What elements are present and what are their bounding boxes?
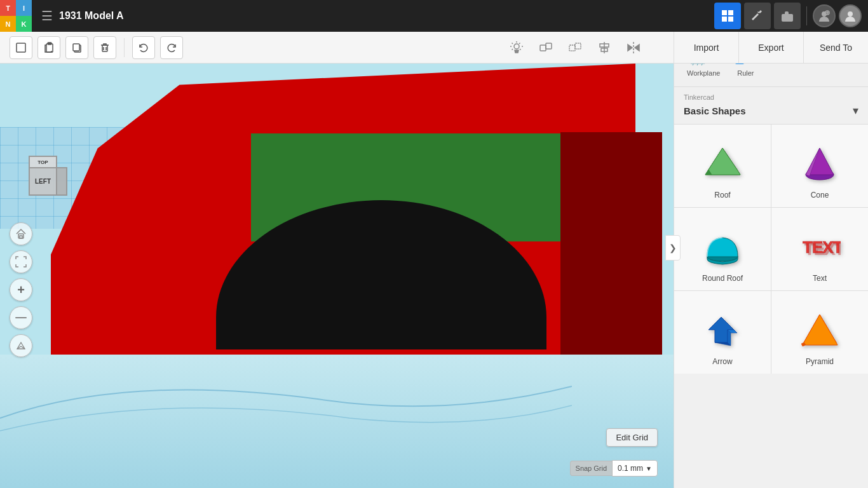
shape-pyramid[interactable]: Pyramid [771,291,868,374]
pyramid-shape-icon [797,308,842,352]
toolbar-right-section [477,32,674,64]
copy-button[interactable] [65,36,88,59]
text-shape-icon: TEXT TEXT [797,224,842,269]
shape-library: Roof Cone [674,125,868,488]
svg-rect-15 [102,45,107,51]
library-dropdown-arrow: ▾ [853,104,858,118]
svg-marker-62 [804,315,837,345]
roof-shape-label: Roof [714,191,730,200]
pyramid-shape-label: Pyramid [806,357,834,366]
svg-marker-48 [705,148,740,175]
perspective-button[interactable] [10,334,32,357]
panel-toggle-arrow[interactable]: ❯ [665,235,681,261]
svg-rect-0 [722,10,727,15]
roof-shape-icon [700,141,745,186]
send-to-button[interactable]: Send To [804,32,868,63]
grid-view-button[interactable] [714,3,741,29]
3d-scene: TOP LEFT [0,64,674,488]
expand-arrow-icon: ❯ [669,243,677,253]
snap-value-text: 0.1 mm [618,464,643,473]
ground-curves [0,323,572,450]
avatar-button[interactable] [839,4,862,27]
svg-rect-30 [20,236,22,238]
svg-rect-3 [728,17,733,22]
topbar-divider [806,6,807,25]
left-controls: + [10,222,32,357]
svg-rect-2 [722,17,727,22]
cube-right-face [56,167,67,196]
hammer-button[interactable] [744,3,771,29]
briefcase-button[interactable] [774,3,801,29]
svg-point-9 [848,11,853,17]
ruler-label: Ruler [737,69,754,77]
mirror-button[interactable] [622,36,645,59]
svg-rect-31 [15,317,27,318]
edit-grid-button[interactable]: Edit Grid [606,428,658,447]
ungroup-button[interactable] [564,36,587,59]
delete-button[interactable] [93,36,116,59]
shape-cone[interactable]: Cone [771,125,868,207]
light-button[interactable] [505,36,528,59]
list-icon[interactable]: ☰ [41,8,53,24]
svg-rect-22 [575,43,581,49]
shape-text[interactable]: TEXT TEXT Text [771,208,868,290]
svg-point-18 [514,44,519,49]
add-person-button[interactable] [813,4,836,27]
svg-rect-19 [540,45,546,51]
home-view-button[interactable] [10,222,32,245]
svg-rect-14 [73,44,79,51]
undo-button[interactable] [132,36,155,59]
topbar-right [714,3,868,29]
tinkercad-logo: T I N K [0,0,32,32]
fit-view-button[interactable] [10,250,32,273]
svg-rect-1 [728,10,733,15]
cone-shape-icon [797,141,842,186]
import-button[interactable]: Import [674,32,739,63]
logo-k: K [16,16,32,32]
logo-n: N [0,16,16,32]
toolbar-divider-1 [124,38,125,57]
svg-rect-21 [569,45,575,51]
svg-marker-28 [635,44,639,51]
workplane-label: Workplane [687,69,720,77]
viewport[interactable]: TOP LEFT + Edit Grid Snap Grid 0.1 mm [0,64,674,488]
library-selector[interactable]: Basic Shapes ▾ [684,104,858,118]
snap-grid-label: Snap Grid [570,461,613,476]
snap-grid-control: Snap Grid 0.1 mm ▼ [570,460,658,477]
project-title[interactable]: 1931 Model A [59,10,124,22]
library-source: Tinkercad [684,93,858,101]
cube-front-face: LEFT [29,167,57,196]
import-export-area: Import Export Send To [674,32,868,64]
svg-text:TEXT: TEXT [804,240,841,259]
cone-shape-label: Cone [811,191,829,200]
svg-rect-10 [17,43,25,52]
shapes-grid: Roof Cone [674,125,868,374]
shape-arrow[interactable]: Arrow [674,291,771,374]
export-button[interactable]: Export [739,32,804,63]
right-panel: Workplane Ruler Tinkercad Basic Shapes ▾ [674,32,868,488]
svg-rect-20 [546,43,552,49]
round-roof-shape-label: Round Roof [702,274,743,283]
new-button[interactable] [10,36,32,59]
arrow-shape-icon [700,308,745,352]
logo-i: I [16,0,32,16]
round-roof-shape-icon [700,224,745,269]
zoom-out-button[interactable] [10,306,32,329]
align-button[interactable] [593,36,616,59]
group-button[interactable] [534,36,557,59]
shape-roof[interactable]: Roof [674,125,771,207]
logo-t: T [0,0,16,16]
topbar: T I N K ☰ 1931 Model A [0,0,868,32]
arrow-shape-label: Arrow [712,357,732,366]
clipboard-button[interactable] [37,36,60,59]
zoom-in-button[interactable]: + [10,278,32,301]
shape-round-roof[interactable]: Round Roof [674,208,771,290]
text-shape-label: Text [813,274,827,283]
snap-dropdown-arrow: ▼ [646,465,652,472]
snap-value-selector[interactable]: 0.1 mm ▼ [612,460,658,477]
edit-grid-container: Edit Grid [606,428,658,447]
orientation-cube[interactable]: TOP LEFT [19,156,67,203]
library-header: Tinkercad Basic Shapes ▾ [674,87,868,125]
title-area: ☰ 1931 Model A [32,8,133,24]
redo-button[interactable] [160,36,183,59]
